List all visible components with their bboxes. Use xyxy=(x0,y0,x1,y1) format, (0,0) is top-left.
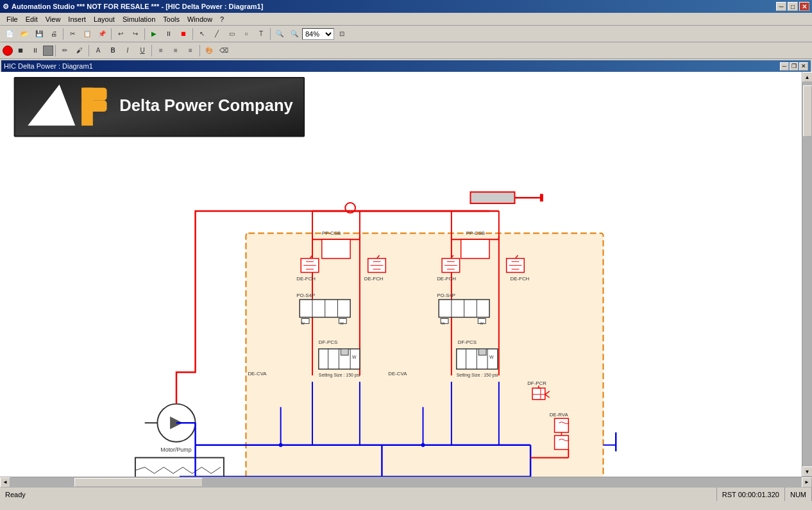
scroll-track-horizontal[interactable] xyxy=(10,477,802,488)
tb2-pen[interactable]: ✏ xyxy=(58,44,72,57)
inner-close[interactable]: ✕ xyxy=(799,62,808,71)
tb2-align-center[interactable]: ≡ xyxy=(169,44,183,57)
close-button[interactable]: ✕ xyxy=(799,2,809,11)
tb2-bold[interactable]: B xyxy=(106,44,120,57)
vertical-scrollbar[interactable]: ▲ ▼ xyxy=(802,72,812,477)
tb-redo[interactable]: ↪ xyxy=(128,28,142,40)
menu-view[interactable]: View xyxy=(42,14,65,24)
menu-layout[interactable]: Layout xyxy=(90,14,119,24)
maximize-button[interactable]: □ xyxy=(788,2,798,11)
scroll-right-button[interactable]: ► xyxy=(802,477,812,488)
tb2-b1[interactable] xyxy=(43,46,53,56)
tb-circle[interactable]: ○ xyxy=(239,28,253,40)
diagram-svg: Delta Power Company Motor/Pump xyxy=(0,72,802,477)
tb-rect[interactable]: ▭ xyxy=(224,28,239,40)
tb-sim-start[interactable]: ▶ xyxy=(147,28,161,40)
scroll-up-button[interactable]: ▲ xyxy=(802,72,813,82)
svg-line-18 xyxy=(173,467,183,473)
tb-undo[interactable]: ↩ xyxy=(114,28,128,40)
status-bar: Ready RST 00:00:01.320 NUM xyxy=(0,487,812,501)
svg-text:DE-FCH: DE-FCH xyxy=(437,276,456,282)
tb-zoom-out[interactable]: 🔍 xyxy=(287,28,301,40)
tb-zoom-fit[interactable]: ⊡ xyxy=(335,28,349,40)
svg-line-17 xyxy=(164,467,173,473)
scroll-track-vertical[interactable] xyxy=(802,82,813,466)
zoom-select[interactable]: 84% 100% 75% 50% xyxy=(302,28,334,40)
menu-insert[interactable]: Insert xyxy=(64,14,90,24)
tb-sim-pause[interactable]: ⏸ xyxy=(162,28,176,40)
svg-rect-4 xyxy=(81,88,106,101)
sep1 xyxy=(63,28,63,40)
app-title: Automation Studio *** NOT FOR RESALE ***… xyxy=(12,3,263,10)
tb2-underline[interactable]: U xyxy=(135,44,149,57)
svg-text:PP-CSB: PP-CSB xyxy=(466,230,485,236)
title-bar: ⚙ Automation Studio *** NOT FOR RESALE *… xyxy=(0,0,812,13)
svg-rect-105 xyxy=(555,418,569,432)
svg-text:DE-CVA: DE-CVA xyxy=(388,371,407,377)
scroll-down-button[interactable]: ▼ xyxy=(802,466,813,477)
menu-window[interactable]: Window xyxy=(183,14,216,24)
svg-text:PP-CSB: PP-CSB xyxy=(322,230,341,236)
menu-edit[interactable]: Edit xyxy=(22,14,42,24)
sep7 xyxy=(89,45,89,56)
svg-rect-34 xyxy=(322,239,350,259)
sep5 xyxy=(270,28,271,40)
scroll-thumb-vertical[interactable] xyxy=(803,85,812,137)
scroll-left-button[interactable]: ◄ xyxy=(0,477,10,488)
svg-rect-5 xyxy=(81,100,106,112)
tb-text[interactable]: T xyxy=(254,28,268,40)
svg-line-16 xyxy=(154,467,164,473)
svg-text:DF-PCS: DF-PCS xyxy=(458,339,477,345)
svg-text:W: W xyxy=(489,355,494,359)
tb-open[interactable]: 📂 xyxy=(17,28,31,40)
tb2-italic[interactable]: I xyxy=(121,44,135,57)
tb2-pause2[interactable]: ⏸ xyxy=(28,44,42,57)
svg-text:DE-FCH: DE-FCH xyxy=(364,276,384,282)
menu-tools[interactable]: Tools xyxy=(159,14,183,24)
menu-simulation[interactable]: Simulation xyxy=(119,14,159,24)
tb-sim-stop[interactable]: ⏹ xyxy=(176,28,190,40)
svg-line-15 xyxy=(145,467,155,473)
tb-paste[interactable]: 📌 xyxy=(95,28,109,40)
sep4 xyxy=(192,28,193,40)
menu-help[interactable]: ? xyxy=(216,14,228,24)
svg-text:DF-PCR: DF-PCR xyxy=(527,380,546,386)
svg-text:W: W xyxy=(352,355,357,359)
tb-copy[interactable]: 📋 xyxy=(80,28,94,40)
minimize-button[interactable]: ─ xyxy=(776,2,786,11)
tb2-brush[interactable]: 🖌 xyxy=(72,44,87,57)
tb-zoom-in[interactable]: 🔍 xyxy=(273,28,287,40)
canvas-container[interactable]: Delta Power Company Motor/Pump xyxy=(0,72,802,477)
tb-select[interactable]: ↖ xyxy=(195,28,209,40)
menu-file[interactable]: File xyxy=(3,14,22,24)
svg-rect-85 xyxy=(341,349,348,355)
tb2-font[interactable]: A xyxy=(91,44,105,57)
svg-text:DE-FCH: DE-FCH xyxy=(296,276,316,282)
tb2-align-right[interactable]: ≡ xyxy=(183,44,198,57)
sep2 xyxy=(111,28,112,40)
tb2-eraser[interactable]: ⌫ xyxy=(217,44,231,57)
svg-text:Delta Power Company: Delta Power Company xyxy=(119,96,293,114)
status-time: RST 00:00:01.320 xyxy=(717,488,785,501)
tb2-red[interactable] xyxy=(3,46,13,56)
tb-new[interactable]: 📄 xyxy=(3,28,17,40)
tb-cut[interactable]: ✂ xyxy=(65,28,80,40)
tb-save[interactable]: 💾 xyxy=(32,28,46,40)
inner-restore[interactable]: ❐ xyxy=(790,62,799,71)
tb-print[interactable]: 🖨 xyxy=(47,28,61,40)
inner-minimize[interactable]: ─ xyxy=(780,62,789,71)
svg-text:Setting Size : 150 psi: Setting Size : 150 psi xyxy=(319,373,360,378)
svg-rect-24 xyxy=(470,192,514,203)
tb2-stop[interactable]: ⏹ xyxy=(13,44,28,57)
tb-line[interactable]: ╱ xyxy=(210,28,224,40)
inner-titlebar: HIC Delta Power : Diagram1 ─ ❐ ✕ xyxy=(1,60,811,72)
svg-text:DE-CVA: DE-CVA xyxy=(248,371,267,377)
tb2-color-fill[interactable]: 🎨 xyxy=(202,44,216,57)
svg-rect-100 xyxy=(532,388,545,400)
toolbar-1: 📄 📂 💾 🖨 ✂ 📋 📌 ↩ ↪ ▶ ⏸ ⏹ ↖ ╱ ▭ ○ T 🔍 🔍 84… xyxy=(0,26,812,42)
scroll-thumb-horizontal[interactable] xyxy=(74,478,203,487)
svg-text:PO-S4P: PO-S4P xyxy=(296,293,315,298)
horizontal-scrollbar[interactable]: ◄ ► xyxy=(0,477,812,487)
tb2-align-left[interactable]: ≡ xyxy=(154,44,168,57)
svg-text:DE-RVA: DE-RVA xyxy=(550,412,569,418)
